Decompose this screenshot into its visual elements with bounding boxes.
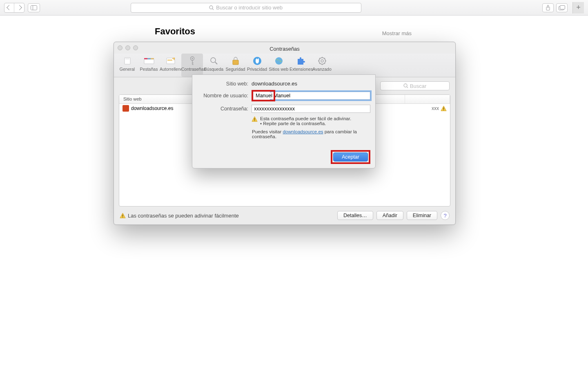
tab-passwords[interactable]: Contraseñas [181,54,203,77]
svg-rect-9 [125,58,129,59]
passwords-search[interactable]: Buscar [380,81,450,90]
share-button[interactable] [542,3,554,12]
svg-rect-13 [151,58,154,59]
share-icon [546,5,550,11]
warn-line2: • Repite parte de la contraseña. [260,121,351,126]
row-pass: xxx [432,105,439,111]
svg-rect-11 [144,58,147,59]
svg-line-22 [215,62,217,64]
search-icon [403,83,408,88]
browser-toolbar: Buscar o introducir sitio web + [0,0,588,16]
row-site: downloadsource.es [131,105,173,111]
tabs-icon [559,5,565,10]
tab-advanced[interactable]: Avanzado [311,54,333,77]
show-more-link[interactable]: Mostrar más [382,30,412,36]
sidebar-toggle-button[interactable] [28,3,40,12]
details-button[interactable]: Detalles… [337,211,373,220]
svg-line-37 [407,87,408,88]
accept-button[interactable]: Aceptar [333,153,368,162]
highlight-accept: Aceptar [331,150,370,164]
tab-label: Búsqueda [204,67,223,72]
browser-right-buttons: + [542,2,584,13]
svg-line-33 [324,63,325,64]
warning-icon [120,213,126,219]
svg-rect-41 [122,217,123,218]
search-icon [209,5,214,10]
svg-rect-10 [144,59,154,64]
preferences-footer: Las contraseñas se pueden adivinar fácil… [120,210,450,221]
hand-icon [252,56,262,66]
visit-hint: Puedes visitar downloadsource.es para ca… [192,126,375,139]
address-placeholder: Buscar o introducir sitio web [216,4,283,11]
puzzle-icon [296,56,305,65]
search-pref-icon [209,56,218,65]
tab-label: Privacidad [247,67,267,72]
lock-icon [232,56,240,65]
favorites-title: Favoritos [155,26,195,37]
tab-search[interactable]: Búsqueda [203,54,225,77]
tabs-button[interactable] [556,3,568,12]
help-button[interactable]: ? [441,211,450,220]
highlight-username: Manuel [252,90,275,101]
svg-line-32 [319,58,320,59]
tab-security[interactable]: Seguridad [225,54,246,77]
visit-pre: Puedes visitar [252,129,283,134]
svg-point-36 [404,84,407,87]
tab-label: Autorrelleno [160,67,183,72]
svg-rect-14 [167,58,175,64]
svg-rect-23 [233,60,238,65]
footer-warning-text: Las contraseñas se pueden adivinar fácil… [128,213,239,219]
tab-websites[interactable]: Sitios web [268,54,290,77]
svg-point-25 [275,57,283,65]
svg-point-2 [209,6,213,9]
tab-label: Extensiones [290,67,313,72]
tab-autofill[interactable]: Autorrelleno [160,54,181,77]
site-favicon [122,105,129,112]
key-icon [188,56,196,66]
add-button[interactable]: Añadir [376,211,403,220]
svg-line-34 [324,58,325,59]
svg-point-27 [321,60,323,62]
tab-label: Seguridad [226,67,245,72]
site-label: Sitio web: [197,81,248,87]
forward-button[interactable] [14,3,24,12]
visit-link[interactable]: downloadsource.es [283,129,323,134]
svg-rect-42 [254,118,255,120]
svg-point-17 [192,58,193,59]
svg-rect-0 [31,5,37,10]
svg-rect-43 [254,120,255,121]
username-value-fragment: Manuel [254,92,273,99]
password-input[interactable] [252,105,370,113]
back-button[interactable] [4,3,14,12]
gear-icon [318,56,327,65]
tab-general[interactable]: General [116,54,138,77]
tab-label: General [120,67,135,72]
col-pass[interactable] [405,95,450,103]
svg-rect-39 [443,110,444,110]
new-tab-button[interactable]: + [572,2,584,13]
preferences-title: Contraseñas [114,46,455,52]
warn-line1: Esta contraseña puede ser fácil de adivi… [260,116,351,121]
tab-tabs[interactable]: Pestañas [138,54,160,77]
svg-point-21 [211,58,216,63]
tab-extensions[interactable]: Extensiones [290,54,311,77]
site-value: downloadsource.es [252,81,297,87]
nav-buttons [4,3,24,13]
general-icon [123,56,132,65]
tab-label: Pestañas [140,67,158,72]
autofill-icon [166,56,175,65]
sidebar-icon [31,5,37,10]
delete-button[interactable]: Eliminar [407,211,437,220]
svg-rect-12 [147,58,151,59]
svg-rect-40 [122,214,123,216]
username-label: Nombre de usuario: [197,93,248,99]
tab-privacy[interactable]: Privacidad [246,54,268,77]
svg-rect-7 [560,5,565,9]
svg-rect-38 [443,107,444,109]
svg-line-35 [319,63,320,64]
globe-icon [274,56,283,65]
svg-line-3 [212,9,214,10]
preferences-toolbar: General Pestañas Autorrelleno Contraseña… [114,54,455,77]
address-bar[interactable]: Buscar o introducir sitio web [131,3,361,13]
username-input[interactable] [271,92,370,100]
